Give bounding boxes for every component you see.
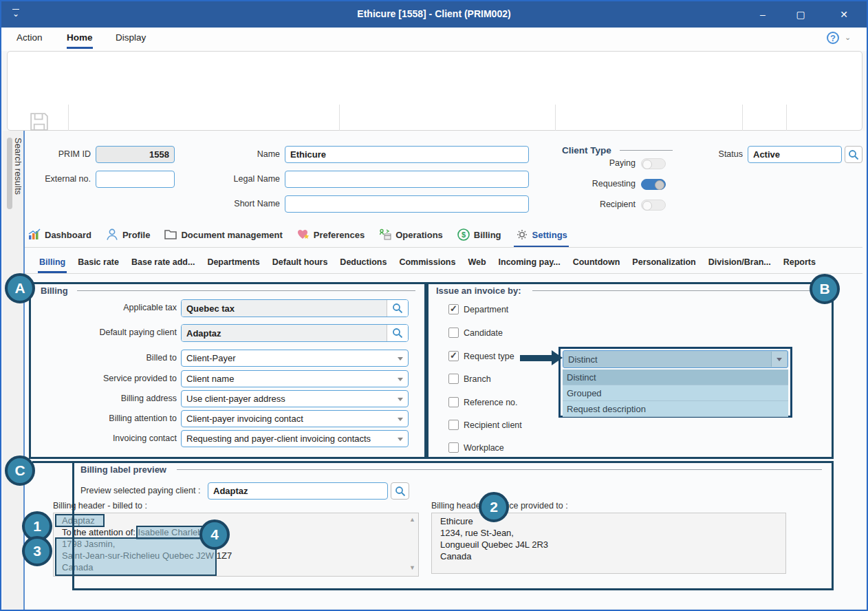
preview-client-field[interactable]: Adaptaz	[208, 482, 388, 500]
subtab-personalization[interactable]: Personalization	[632, 250, 695, 273]
subtab-departments[interactable]: Departments	[207, 250, 259, 273]
tab-home[interactable]: Home	[67, 32, 93, 49]
preview-client-lookup-button[interactable]	[391, 482, 409, 500]
magnifier-icon[interactable]	[387, 325, 408, 341]
profile-icon	[105, 228, 119, 242]
invoicing-contact-label: Invoicing contact	[43, 433, 177, 443]
close-button[interactable]: ✕	[829, 1, 859, 28]
paying-toggle[interactable]	[641, 158, 666, 169]
dropdown-option-grouped[interactable]: Grouped	[563, 385, 788, 401]
status-label: Status	[689, 149, 743, 159]
service-to-line-3: Longueuil Quebec J4L 2R3	[440, 539, 548, 550]
tab-display[interactable]: Display	[116, 32, 146, 43]
candidate-checkbox[interactable]	[448, 328, 459, 338]
subtab-base-rate-add[interactable]: Base rate add...	[131, 250, 195, 273]
annotation-arrow-head	[552, 350, 563, 365]
subtab-deductions[interactable]: Deductions	[340, 250, 387, 273]
service-to-line-2: 1234, rue St-Jean,	[440, 527, 514, 539]
department-checkbox[interactable]	[448, 304, 459, 314]
subtab-basic-rate[interactable]: Basic rate	[78, 250, 119, 273]
tab-document-management[interactable]: Document management	[164, 222, 282, 248]
dropdown-option-distinct[interactable]: Distinct	[563, 369, 788, 385]
applicable-tax-lookup[interactable]: Quebec tax	[181, 299, 409, 317]
external-no-field[interactable]	[96, 171, 175, 188]
recipient-client-checkbox[interactable]	[448, 420, 459, 430]
legal-name-field[interactable]	[285, 171, 529, 188]
tab-profile[interactable]: Profile	[105, 222, 150, 248]
svg-text:$: $	[462, 231, 466, 239]
minimize-button[interactable]: –	[748, 1, 778, 28]
chevron-down-icon[interactable]	[771, 352, 787, 367]
tab-separator-line	[25, 247, 862, 248]
help-chevron-icon[interactable]: ⌄	[845, 33, 851, 42]
prim-id-field[interactable]: 1558	[96, 146, 175, 163]
request-type-options-list: Distinct Grouped Request description	[563, 369, 788, 417]
default-paying-client-lookup[interactable]: Adaptaz	[181, 324, 409, 342]
scroll-up-icon[interactable]: ▲	[409, 516, 415, 523]
request-type-checkbox[interactable]	[448, 351, 459, 361]
name-field[interactable]: Ethicure	[285, 146, 529, 163]
tab-billing[interactable]: $ Billing	[457, 222, 501, 248]
billing-address-label: Billing address	[43, 394, 177, 403]
requesting-label: Requesting	[567, 179, 636, 189]
short-name-field[interactable]	[285, 195, 529, 213]
recipient-toggle[interactable]	[641, 200, 666, 211]
service-provided-to-combo[interactable]: Client name	[181, 370, 409, 387]
tab-settings[interactable]: Settings	[515, 222, 567, 248]
tab-action[interactable]: Action	[17, 32, 43, 43]
subtab-reports[interactable]: Reports	[783, 250, 816, 273]
dropdown-option-request-description[interactable]: Request description	[563, 401, 788, 417]
heart-star-icon	[296, 228, 310, 242]
branch-checkbox[interactable]	[448, 374, 459, 384]
gear-icon	[515, 228, 529, 242]
tab-dashboard[interactable]: Dashboard	[28, 222, 91, 248]
callout-4: 4	[199, 519, 230, 550]
subtab-billing[interactable]: Billing	[39, 250, 65, 273]
scroll-down-icon[interactable]: ▼	[409, 564, 415, 571]
invoice-by-line	[532, 290, 821, 291]
ribbon-tab-row: Action Home Display	[1, 28, 867, 51]
app-window: ⌄ Ethicure [1558] - Client (PRIM002) – ▢…	[0, 0, 868, 611]
maximize-button[interactable]: ▢	[785, 1, 816, 28]
chevron-down-icon	[398, 438, 403, 441]
billing-section-line	[77, 290, 415, 291]
search-results-vertical-tab[interactable]: Search results	[13, 138, 23, 195]
ribbon: Save Operations Insert Delete	[7, 51, 862, 131]
content-left-edge	[23, 131, 25, 610]
subtab-division-branch[interactable]: Division/Bran...	[708, 250, 771, 273]
chevron-down-icon	[398, 398, 403, 401]
invoice-by-title: Issue an invoice by:	[436, 286, 521, 296]
billing-attention-to-combo[interactable]: Client-payer invoicing contact	[181, 410, 409, 427]
reference-no-checkbox[interactable]	[448, 397, 459, 407]
preview-section-title: Billing label preview	[80, 464, 166, 475]
rail-scrollbar[interactable]	[7, 138, 12, 209]
default-paying-client-label: Default paying client	[43, 328, 177, 337]
subtab-countdown[interactable]: Countdown	[573, 250, 620, 273]
folder-icon	[164, 228, 177, 242]
requesting-toggle[interactable]	[641, 179, 666, 190]
callout-c: C	[5, 455, 35, 486]
highlight-box-1	[55, 514, 105, 527]
magnifier-icon[interactable]	[387, 300, 408, 317]
billed-to-combo[interactable]: Client-Payer	[181, 350, 409, 367]
subtab-separator-line	[25, 273, 862, 274]
prim-id-label: PRIM ID	[29, 149, 91, 159]
dollar-icon: $	[457, 228, 470, 242]
help-icon[interactable]: ?	[827, 32, 839, 44]
tab-preferences[interactable]: Preferences	[296, 222, 365, 248]
invoicing-contact-combo[interactable]: Requesting and payer-client invoicing co…	[181, 430, 409, 447]
subtab-web[interactable]: Web	[468, 250, 486, 273]
status-lookup-button[interactable]	[845, 146, 862, 163]
request-type-dropdown[interactable]: Distinct	[563, 350, 788, 368]
workplace-checkbox[interactable]	[448, 442, 459, 453]
billing-address-combo[interactable]: Use client-payer address	[181, 390, 409, 407]
status-field[interactable]: Active	[748, 146, 842, 163]
subtab-default-hours[interactable]: Default hours	[272, 250, 328, 273]
subtab-commissions[interactable]: Commissions	[399, 250, 455, 273]
chevron-down-icon	[398, 418, 403, 421]
chevron-down-icon	[398, 378, 403, 381]
billing-attention-to-label: Billing attention to	[43, 414, 177, 423]
subtab-incoming-pay[interactable]: Incoming pay...	[499, 250, 561, 273]
tab-operations[interactable]: Operations	[378, 222, 443, 248]
dashboard-icon	[28, 228, 41, 242]
